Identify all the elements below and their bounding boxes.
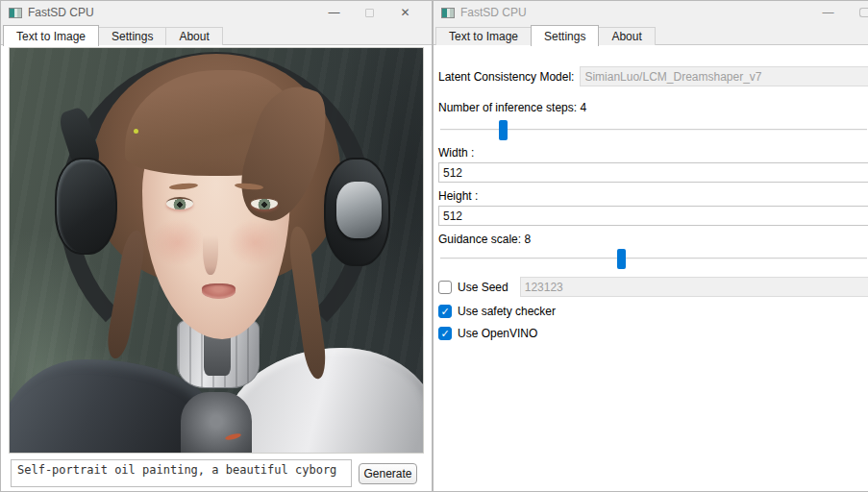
window-settings: FastSD CPU — Text to Image Settings Abou…: [433, 0, 868, 492]
inference-steps-label: Number of inference steps: 4: [438, 101, 586, 114]
model-field[interactable]: [580, 66, 868, 86]
window-title: FastSD CPU: [28, 6, 94, 19]
openvino-checkbox[interactable]: ✓: [438, 327, 452, 340]
seed-input[interactable]: [520, 277, 868, 297]
maximize-icon: [859, 8, 868, 17]
openvino-row[interactable]: ✓ Use OpenVINO: [438, 327, 868, 340]
height-label: Height :: [438, 189, 478, 203]
height-row: [438, 206, 868, 226]
maximize-button[interactable]: [846, 1, 868, 24]
minimize-button[interactable]: —: [316, 1, 352, 24]
text-to-image-pane: Generate: [1, 45, 432, 492]
tab-about[interactable]: About: [165, 27, 222, 45]
settings-pane: Latent Consistency Model: Number of infe…: [434, 45, 868, 492]
eye-left: [166, 197, 193, 209]
lips: [202, 283, 236, 299]
width-row: [438, 162, 868, 183]
close-button[interactable]: ✕: [387, 1, 423, 24]
check-icon: ✓: [440, 305, 449, 317]
eye-right: [251, 197, 278, 209]
app-icon: [9, 8, 22, 18]
slider-track[interactable]: [440, 258, 867, 259]
maximize-icon: [365, 9, 374, 17]
headphone-metal-detail: [336, 182, 382, 238]
app-icon: [441, 8, 455, 18]
caption-buttons: —: [810, 1, 868, 24]
minimize-button[interactable]: —: [810, 1, 846, 24]
window-text-to-image: FastSD CPU — ✕ Text to Image Settings Ab…: [0, 0, 433, 492]
model-row: Latent Consistency Model:: [438, 66, 868, 86]
tab-about[interactable]: About: [598, 27, 655, 45]
height-input[interactable]: [438, 206, 868, 226]
prompt-row: Generate: [11, 459, 426, 488]
slider-handle[interactable]: [499, 120, 508, 140]
window-title: FastSD CPU: [460, 6, 527, 19]
safety-checker-checkbox[interactable]: ✓: [438, 305, 452, 318]
slider-handle[interactable]: [617, 249, 626, 269]
tab-text-to-image[interactable]: Text to Image: [3, 25, 99, 46]
titlebar[interactable]: FastSD CPU —: [434, 1, 868, 24]
safety-checker-row[interactable]: ✓ Use safety checker: [438, 305, 868, 318]
nose: [203, 218, 217, 275]
use-seed-label: Use Seed: [458, 281, 508, 294]
guidance-scale-slider[interactable]: [438, 249, 868, 269]
tab-settings[interactable]: Settings: [531, 25, 599, 46]
tab-bar: Text to Image Settings About: [434, 24, 868, 45]
generated-image: [9, 47, 424, 454]
maximize-button[interactable]: [352, 1, 387, 24]
use-seed-checkbox[interactable]: [438, 281, 452, 294]
minimize-icon: —: [823, 6, 834, 19]
chest-plate: [181, 392, 251, 454]
tab-text-to-image[interactable]: Text to Image: [435, 27, 532, 45]
prompt-input[interactable]: [11, 459, 352, 487]
openvino-label: Use OpenVINO: [458, 327, 537, 340]
caption-buttons: — ✕: [316, 1, 423, 24]
minimize-icon: —: [329, 6, 340, 19]
width-label: Width :: [438, 146, 474, 160]
titlebar[interactable]: FastSD CPU — ✕: [1, 1, 432, 24]
inference-steps-slider[interactable]: [438, 120, 868, 140]
safety-checker-label: Use safety checker: [458, 305, 556, 318]
tab-settings[interactable]: Settings: [98, 27, 166, 45]
check-icon: ✓: [440, 327, 449, 339]
headphone-earcup-left: [55, 158, 117, 255]
use-seed-row[interactable]: Use Seed: [438, 277, 868, 297]
close-icon: ✕: [400, 6, 409, 19]
width-input[interactable]: [438, 162, 868, 183]
generate-button[interactable]: Generate: [359, 463, 417, 484]
model-label: Latent Consistency Model:: [438, 70, 574, 84]
guidance-scale-label: Guidance scale: 8: [438, 233, 531, 246]
tab-bar: Text to Image Settings About: [1, 24, 432, 45]
